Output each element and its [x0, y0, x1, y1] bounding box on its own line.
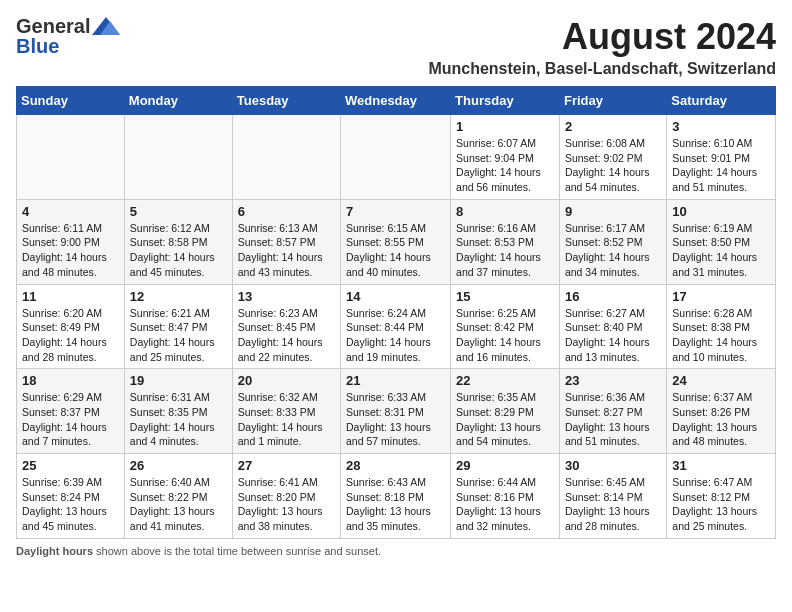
day-number: 28	[346, 458, 445, 473]
logo-blue-text: Blue	[16, 36, 59, 56]
header-row: SundayMondayTuesdayWednesdayThursdayFrid…	[17, 87, 776, 115]
day-number: 15	[456, 289, 554, 304]
calendar-cell: 27Sunrise: 6:41 AM Sunset: 8:20 PM Dayli…	[232, 454, 340, 539]
calendar-cell: 7Sunrise: 6:15 AM Sunset: 8:55 PM Daylig…	[341, 199, 451, 284]
day-number: 21	[346, 373, 445, 388]
day-number: 13	[238, 289, 335, 304]
calendar-week-row: 25Sunrise: 6:39 AM Sunset: 8:24 PM Dayli…	[17, 454, 776, 539]
location-title: Munchenstein, Basel-Landschaft, Switzerl…	[428, 60, 776, 78]
day-number: 18	[22, 373, 119, 388]
title-area: August 2024 Munchenstein, Basel-Landscha…	[428, 16, 776, 78]
day-info: Sunrise: 6:11 AM Sunset: 9:00 PM Dayligh…	[22, 221, 119, 280]
day-number: 22	[456, 373, 554, 388]
day-number: 27	[238, 458, 335, 473]
day-number: 20	[238, 373, 335, 388]
logo-general-text: General	[16, 16, 90, 36]
day-info: Sunrise: 6:29 AM Sunset: 8:37 PM Dayligh…	[22, 390, 119, 449]
weekday-header: Friday	[559, 87, 666, 115]
day-number: 19	[130, 373, 227, 388]
calendar-cell: 16Sunrise: 6:27 AM Sunset: 8:40 PM Dayli…	[559, 284, 666, 369]
calendar-cell: 6Sunrise: 6:13 AM Sunset: 8:57 PM Daylig…	[232, 199, 340, 284]
day-info: Sunrise: 6:43 AM Sunset: 8:18 PM Dayligh…	[346, 475, 445, 534]
day-info: Sunrise: 6:07 AM Sunset: 9:04 PM Dayligh…	[456, 136, 554, 195]
day-number: 24	[672, 373, 770, 388]
calendar-cell: 1Sunrise: 6:07 AM Sunset: 9:04 PM Daylig…	[451, 115, 560, 200]
calendar-cell: 29Sunrise: 6:44 AM Sunset: 8:16 PM Dayli…	[451, 454, 560, 539]
calendar-cell: 20Sunrise: 6:32 AM Sunset: 8:33 PM Dayli…	[232, 369, 340, 454]
calendar-cell	[232, 115, 340, 200]
day-number: 12	[130, 289, 227, 304]
day-info: Sunrise: 6:15 AM Sunset: 8:55 PM Dayligh…	[346, 221, 445, 280]
day-number: 6	[238, 204, 335, 219]
weekday-header: Sunday	[17, 87, 125, 115]
weekday-header: Thursday	[451, 87, 560, 115]
daylight-label: Daylight hours	[16, 545, 93, 557]
calendar-cell: 15Sunrise: 6:25 AM Sunset: 8:42 PM Dayli…	[451, 284, 560, 369]
day-number: 31	[672, 458, 770, 473]
day-info: Sunrise: 6:32 AM Sunset: 8:33 PM Dayligh…	[238, 390, 335, 449]
day-info: Sunrise: 6:47 AM Sunset: 8:12 PM Dayligh…	[672, 475, 770, 534]
calendar-week-row: 18Sunrise: 6:29 AM Sunset: 8:37 PM Dayli…	[17, 369, 776, 454]
calendar-cell: 9Sunrise: 6:17 AM Sunset: 8:52 PM Daylig…	[559, 199, 666, 284]
day-info: Sunrise: 6:08 AM Sunset: 9:02 PM Dayligh…	[565, 136, 661, 195]
weekday-header: Monday	[124, 87, 232, 115]
weekday-header: Tuesday	[232, 87, 340, 115]
day-info: Sunrise: 6:20 AM Sunset: 8:49 PM Dayligh…	[22, 306, 119, 365]
day-info: Sunrise: 6:27 AM Sunset: 8:40 PM Dayligh…	[565, 306, 661, 365]
calendar-week-row: 4Sunrise: 6:11 AM Sunset: 9:00 PM Daylig…	[17, 199, 776, 284]
day-info: Sunrise: 6:31 AM Sunset: 8:35 PM Dayligh…	[130, 390, 227, 449]
day-number: 10	[672, 204, 770, 219]
day-number: 23	[565, 373, 661, 388]
day-info: Sunrise: 6:21 AM Sunset: 8:47 PM Dayligh…	[130, 306, 227, 365]
calendar-cell: 3Sunrise: 6:10 AM Sunset: 9:01 PM Daylig…	[667, 115, 776, 200]
day-number: 16	[565, 289, 661, 304]
month-title: August 2024	[428, 16, 776, 58]
logo-icon	[92, 17, 120, 35]
calendar-cell: 28Sunrise: 6:43 AM Sunset: 8:18 PM Dayli…	[341, 454, 451, 539]
day-number: 1	[456, 119, 554, 134]
day-info: Sunrise: 6:10 AM Sunset: 9:01 PM Dayligh…	[672, 136, 770, 195]
calendar-week-row: 11Sunrise: 6:20 AM Sunset: 8:49 PM Dayli…	[17, 284, 776, 369]
calendar-cell: 26Sunrise: 6:40 AM Sunset: 8:22 PM Dayli…	[124, 454, 232, 539]
day-info: Sunrise: 6:41 AM Sunset: 8:20 PM Dayligh…	[238, 475, 335, 534]
calendar-cell	[17, 115, 125, 200]
day-info: Sunrise: 6:25 AM Sunset: 8:42 PM Dayligh…	[456, 306, 554, 365]
day-info: Sunrise: 6:13 AM Sunset: 8:57 PM Dayligh…	[238, 221, 335, 280]
calendar-cell: 10Sunrise: 6:19 AM Sunset: 8:50 PM Dayli…	[667, 199, 776, 284]
calendar-cell: 23Sunrise: 6:36 AM Sunset: 8:27 PM Dayli…	[559, 369, 666, 454]
day-number: 3	[672, 119, 770, 134]
day-number: 8	[456, 204, 554, 219]
calendar-cell: 2Sunrise: 6:08 AM Sunset: 9:02 PM Daylig…	[559, 115, 666, 200]
day-number: 25	[22, 458, 119, 473]
calendar-cell: 12Sunrise: 6:21 AM Sunset: 8:47 PM Dayli…	[124, 284, 232, 369]
day-number: 30	[565, 458, 661, 473]
day-number: 9	[565, 204, 661, 219]
calendar-cell: 8Sunrise: 6:16 AM Sunset: 8:53 PM Daylig…	[451, 199, 560, 284]
day-info: Sunrise: 6:12 AM Sunset: 8:58 PM Dayligh…	[130, 221, 227, 280]
calendar-cell	[124, 115, 232, 200]
day-info: Sunrise: 6:44 AM Sunset: 8:16 PM Dayligh…	[456, 475, 554, 534]
calendar-cell: 22Sunrise: 6:35 AM Sunset: 8:29 PM Dayli…	[451, 369, 560, 454]
calendar-cell: 31Sunrise: 6:47 AM Sunset: 8:12 PM Dayli…	[667, 454, 776, 539]
day-info: Sunrise: 6:45 AM Sunset: 8:14 PM Dayligh…	[565, 475, 661, 534]
calendar-cell: 24Sunrise: 6:37 AM Sunset: 8:26 PM Dayli…	[667, 369, 776, 454]
calendar-table: SundayMondayTuesdayWednesdayThursdayFrid…	[16, 86, 776, 539]
calendar-cell: 17Sunrise: 6:28 AM Sunset: 8:38 PM Dayli…	[667, 284, 776, 369]
calendar-cell: 13Sunrise: 6:23 AM Sunset: 8:45 PM Dayli…	[232, 284, 340, 369]
day-number: 17	[672, 289, 770, 304]
weekday-header: Saturday	[667, 87, 776, 115]
day-info: Sunrise: 6:33 AM Sunset: 8:31 PM Dayligh…	[346, 390, 445, 449]
day-info: Sunrise: 6:17 AM Sunset: 8:52 PM Dayligh…	[565, 221, 661, 280]
day-number: 29	[456, 458, 554, 473]
day-info: Sunrise: 6:40 AM Sunset: 8:22 PM Dayligh…	[130, 475, 227, 534]
day-info: Sunrise: 6:19 AM Sunset: 8:50 PM Dayligh…	[672, 221, 770, 280]
calendar-cell: 4Sunrise: 6:11 AM Sunset: 9:00 PM Daylig…	[17, 199, 125, 284]
day-number: 11	[22, 289, 119, 304]
calendar-cell: 25Sunrise: 6:39 AM Sunset: 8:24 PM Dayli…	[17, 454, 125, 539]
calendar-cell: 19Sunrise: 6:31 AM Sunset: 8:35 PM Dayli…	[124, 369, 232, 454]
calendar-cell	[341, 115, 451, 200]
day-info: Sunrise: 6:16 AM Sunset: 8:53 PM Dayligh…	[456, 221, 554, 280]
calendar-week-row: 1Sunrise: 6:07 AM Sunset: 9:04 PM Daylig…	[17, 115, 776, 200]
day-number: 14	[346, 289, 445, 304]
calendar-cell: 21Sunrise: 6:33 AM Sunset: 8:31 PM Dayli…	[341, 369, 451, 454]
